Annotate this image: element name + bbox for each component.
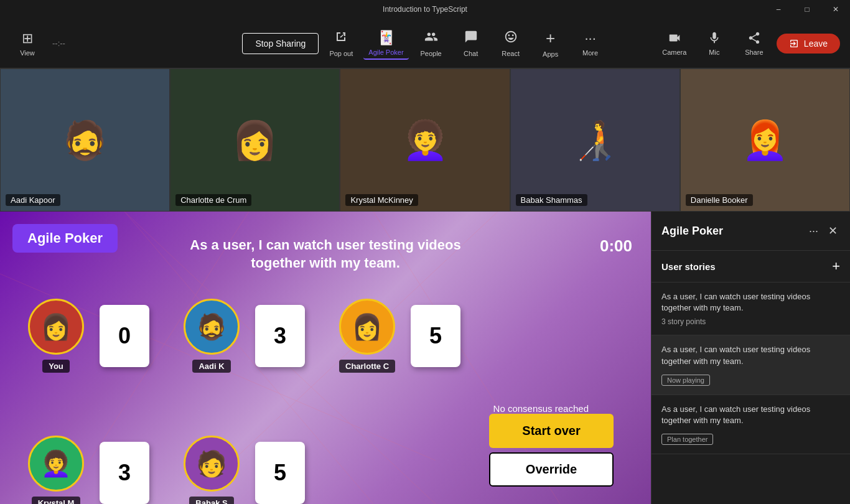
name-you: You: [42, 360, 70, 373]
stop-sharing-button[interactable]: Stop Sharing: [242, 33, 319, 54]
react-button[interactable]: React: [493, 27, 528, 60]
popout-icon: [334, 30, 348, 47]
game-area: Agile Poker As a user, I can watch user …: [0, 212, 651, 504]
people-icon: [424, 30, 438, 47]
override-button[interactable]: Override: [489, 452, 614, 487]
react-icon: [504, 30, 518, 47]
agile-poker-label: Agile Poker: [12, 224, 118, 253]
story-card-2: As a user, I can watch user testing vide…: [652, 335, 850, 394]
timer: 0:00: [600, 236, 632, 256]
window-title: Introduction to TypeScript: [383, 5, 467, 14]
card-babak: 5: [255, 442, 305, 504]
camera-button[interactable]: Camera: [657, 29, 692, 58]
name-aadi: Aadi Kapoor: [6, 194, 60, 206]
leave-label: Leave: [804, 39, 828, 49]
video-tile-krystal: 👩‍🦱 Krystal McKinney: [340, 68, 510, 212]
name-charlotte-c: Charlotte C: [339, 360, 395, 373]
name-aadi-k: Aadi K: [192, 360, 230, 373]
name-danielle: Danielle Booker: [686, 194, 753, 206]
toolbar: ⊞ View --:-- Stop Sharing Pop out 🃏 Agil…: [0, 19, 850, 68]
avatar-you: 👩: [28, 299, 84, 355]
card-aadi: 3: [255, 305, 305, 367]
video-tile-danielle: 👩‍🦰 Danielle Booker: [680, 68, 850, 212]
participants-row-1: 👩 You 0 🧔 Aadi K 3 👩 Charlotte C: [19, 299, 460, 373]
story-badge-plan: Plan together: [661, 434, 713, 445]
add-story-button[interactable]: +: [832, 258, 840, 274]
panel-more-button[interactable]: ···: [806, 222, 821, 240]
story-title: As a user, I can watch user testing vide…: [170, 236, 481, 272]
avatar-babak-s: 🧑: [184, 436, 240, 492]
leave-button[interactable]: Leave: [777, 34, 840, 54]
user-stories-label: User stories: [661, 261, 716, 272]
avatar-aadi-k: 🧔: [184, 299, 240, 355]
participants-row-2: 👩‍🦱 Krystal M 3 🧑 Babak S 5: [19, 436, 305, 504]
avatar-aadi: 🧔: [1, 69, 169, 211]
view-icon: ⊞: [22, 30, 33, 47]
right-panel: Agile Poker ··· ✕ User stories + As a us…: [651, 212, 850, 504]
name-babak: Babak Shammas: [516, 194, 587, 206]
apps-icon: +: [546, 29, 555, 48]
more-button[interactable]: ··· More: [573, 28, 608, 59]
agile-poker-button[interactable]: 🃏 Agile Poker: [363, 27, 408, 60]
chat-icon: [464, 30, 478, 47]
agile-poker-icon: 🃏: [378, 30, 395, 46]
video-tile-aadi: 🧔 Aadi Kapoor: [0, 68, 170, 212]
story-text-3: As a user, I can watch user testing vide…: [661, 404, 840, 426]
camera-icon: [668, 31, 681, 46]
chat-button[interactable]: Chat: [454, 27, 488, 60]
timer-display: --:--: [52, 39, 65, 48]
story-card-3: As a user, I can watch user testing vide…: [652, 395, 850, 454]
card-you: 0: [100, 305, 149, 367]
card-charlotte: 5: [411, 305, 460, 367]
window-controls: – □ ✕: [764, 0, 850, 19]
mic-icon: [708, 31, 721, 46]
toolbar-right: Camera Mic Share Leave: [657, 29, 840, 58]
video-strip: 🧔 Aadi Kapoor 👩 Charlotte de Crum 👩‍🦱 Kr…: [0, 68, 850, 212]
toolbar-left: ⊞ View --:--: [10, 28, 65, 59]
avatar-danielle: 👩‍🦰: [681, 69, 849, 211]
participant-aadi: 🧔 Aadi K: [184, 299, 240, 373]
avatar-babak: 🧑‍🦯: [511, 69, 680, 211]
story-text-2: As a user, I can watch user testing vide…: [661, 344, 840, 366]
participant-babak-s: 🧑 Babak S: [184, 436, 240, 504]
minimize-button[interactable]: –: [764, 0, 793, 19]
name-krystal-m: Krystal M: [32, 497, 81, 504]
story-badge-playing: Now playing: [661, 375, 710, 386]
people-button[interactable]: People: [414, 27, 449, 60]
mic-button[interactable]: Mic: [697, 29, 732, 58]
participant-krystal: 👩‍🦱 Krystal M: [28, 436, 84, 504]
story-card-1: As a user, I can watch user testing vide…: [652, 282, 850, 335]
popout-button[interactable]: Pop out: [324, 27, 358, 60]
participant-you: 👩 You: [28, 299, 84, 373]
view-button[interactable]: ⊞ View: [10, 28, 45, 59]
share-icon: [747, 31, 761, 46]
video-tile-charlotte: 👩 Charlotte de Crum: [170, 68, 340, 212]
apps-button[interactable]: + Apps: [533, 26, 568, 60]
title-bar: Introduction to TypeScript – □ ✕: [0, 0, 850, 19]
panel-close-button[interactable]: ✕: [826, 222, 840, 240]
avatar-charlotte-c: 👩: [339, 299, 395, 355]
story-points-1: 3 story points: [661, 317, 840, 326]
story-text-1: As a user, I can watch user testing vide…: [661, 291, 840, 314]
maximize-button[interactable]: □: [793, 0, 821, 19]
more-icon: ···: [584, 30, 595, 47]
name-charlotte: Charlotte de Crum: [175, 194, 251, 206]
participant-charlotte-c: 👩 Charlotte C: [339, 299, 395, 373]
panel-header-actions: ··· ✕: [806, 222, 840, 240]
close-button[interactable]: ✕: [821, 0, 850, 19]
share-button[interactable]: Share: [737, 29, 772, 58]
avatar-charlotte: 👩: [170, 69, 339, 211]
start-over-button[interactable]: Start over: [489, 414, 614, 448]
avatar-krystal-m: 👩‍🦱: [28, 436, 84, 492]
panel-header: Agile Poker ··· ✕: [652, 212, 850, 251]
video-tile-babak: 🧑‍🦯 Babak Shammas: [510, 68, 680, 212]
no-consensus-text: No consensus reached: [493, 403, 589, 414]
name-babak-s: Babak S: [189, 497, 233, 504]
user-stories-section: User stories +: [652, 251, 850, 282]
card-krystal: 3: [100, 442, 149, 504]
name-krystal: Krystal McKinney: [345, 194, 418, 206]
panel-title: Agile Poker: [661, 225, 723, 238]
avatar-krystal: 👩‍🦱: [340, 69, 509, 211]
main-area: Agile Poker As a user, I can watch user …: [0, 212, 850, 504]
